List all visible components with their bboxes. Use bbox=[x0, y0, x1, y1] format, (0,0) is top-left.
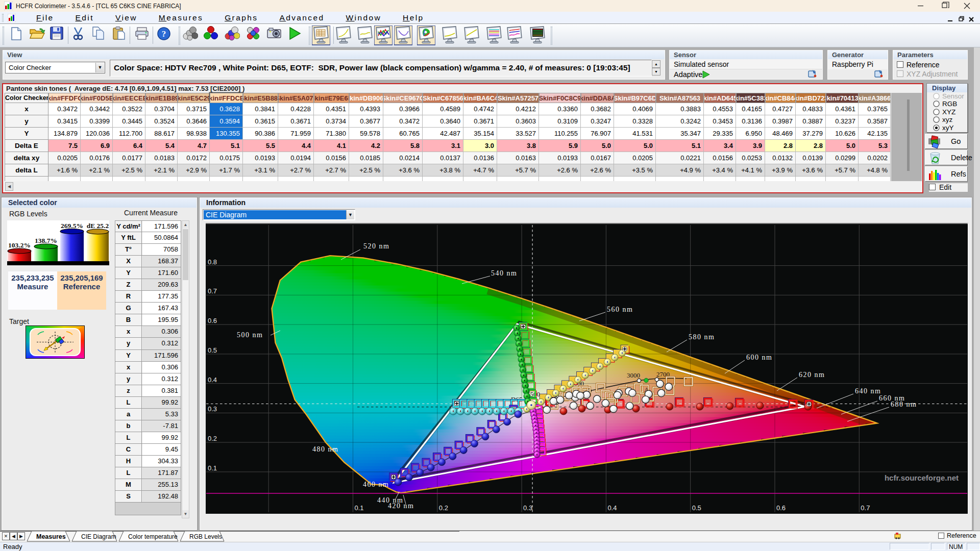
svg-text:0.1: 0.1 bbox=[355, 504, 364, 512]
svg-text:3000: 3000 bbox=[627, 371, 640, 379]
svg-text:0.2: 0.2 bbox=[208, 435, 217, 442]
svg-text:0.6: 0.6 bbox=[208, 317, 217, 324]
svg-text:0.1: 0.1 bbox=[208, 464, 217, 472]
svg-text:0.7: 0.7 bbox=[208, 287, 217, 295]
svg-text:RGB Levels: RGB Levels bbox=[189, 533, 222, 540]
svg-text:dE 25.2: dE 25.2 bbox=[87, 222, 109, 230]
svg-text:0.3: 0.3 bbox=[208, 405, 217, 413]
svg-text:620 nm: 620 nm bbox=[799, 371, 825, 379]
svg-text:680 nm: 680 nm bbox=[891, 400, 917, 408]
svg-text:0.5: 0.5 bbox=[692, 504, 701, 512]
svg-text:Measures: Measures bbox=[36, 533, 66, 540]
svg-text:0.4: 0.4 bbox=[607, 504, 617, 512]
svg-text:CIE Diagram: CIE Diagram bbox=[81, 533, 116, 540]
svg-text:0.4: 0.4 bbox=[208, 376, 217, 384]
svg-text:0.6: 0.6 bbox=[776, 504, 786, 512]
svg-text:269.5%: 269.5% bbox=[61, 222, 83, 230]
svg-text:480 nm: 480 nm bbox=[312, 445, 338, 453]
svg-text:560 nm: 560 nm bbox=[607, 306, 633, 313]
svg-text:103.2%: 103.2% bbox=[8, 241, 31, 249]
svg-text:600 nm: 600 nm bbox=[746, 354, 772, 361]
svg-text:0.2: 0.2 bbox=[439, 504, 448, 512]
svg-text:580 nm: 580 nm bbox=[689, 333, 715, 341]
svg-text:?: ? bbox=[162, 29, 166, 39]
svg-text:Color temperature: Color temperature bbox=[128, 533, 178, 540]
svg-text:0.7: 0.7 bbox=[861, 504, 870, 512]
svg-text:0.5: 0.5 bbox=[208, 346, 217, 354]
svg-text:0.3: 0.3 bbox=[523, 504, 532, 512]
svg-text:420 nm: 420 nm bbox=[388, 502, 414, 510]
svg-text:138.7%: 138.7% bbox=[35, 237, 57, 244]
svg-text:540 nm: 540 nm bbox=[491, 269, 517, 277]
svg-text:640 nm: 640 nm bbox=[855, 387, 881, 395]
svg-text:0.8: 0.8 bbox=[208, 258, 217, 266]
svg-text:hcfr.sourceforge.net: hcfr.sourceforge.net bbox=[885, 473, 959, 482]
svg-text:500 nm: 500 nm bbox=[237, 331, 263, 339]
svg-text:460 nm: 460 nm bbox=[363, 481, 389, 488]
svg-text:520 nm: 520 nm bbox=[363, 242, 389, 250]
